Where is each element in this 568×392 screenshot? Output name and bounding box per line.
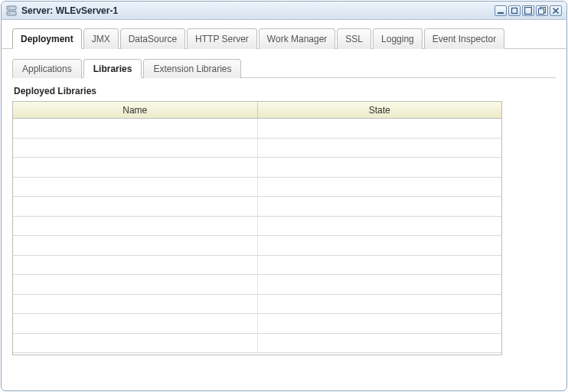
subtab-label: Extension Libraries — [153, 64, 231, 74]
restore-down-button[interactable] — [508, 5, 521, 16]
cell-name — [13, 217, 258, 236]
cell-name — [13, 256, 258, 275]
server-icon — [6, 5, 17, 16]
cell-name — [13, 197, 258, 216]
table-row[interactable] — [13, 178, 501, 198]
titlebar: Server: WLEvServer-1 — [2, 2, 566, 20]
subtab-label: Applications — [22, 64, 72, 74]
table-row[interactable] — [13, 236, 501, 256]
cell-state — [258, 256, 502, 275]
column-label: Name — [122, 105, 147, 116]
subtab-libraries[interactable]: Libraries — [83, 59, 142, 78]
column-label: State — [369, 105, 390, 116]
tab-label: Logging — [381, 34, 414, 44]
table-row[interactable] — [13, 334, 501, 354]
cell-state — [258, 139, 502, 158]
table-row[interactable] — [13, 256, 501, 276]
table-row[interactable] — [13, 119, 501, 139]
cell-name — [13, 139, 258, 158]
column-header-state[interactable]: State — [258, 102, 502, 118]
table-row[interactable] — [13, 275, 501, 295]
minimize-button[interactable] — [495, 5, 507, 16]
tab-label: Work Manager — [267, 34, 327, 44]
window-title: Server: WLEvServer-1 — [21, 5, 495, 16]
svg-rect-6 — [525, 7, 532, 14]
table-row[interactable] — [13, 217, 501, 237]
svg-rect-8 — [539, 8, 544, 14]
table-row[interactable] — [13, 295, 501, 315]
svg-point-2 — [8, 7, 10, 8]
svg-point-3 — [8, 12, 10, 14]
tab-http-server[interactable]: HTTP Server — [187, 28, 257, 49]
svg-rect-5 — [512, 8, 517, 13]
table-row[interactable] — [13, 158, 501, 178]
tab-ssl[interactable]: SSL — [337, 28, 371, 49]
tab-deployment[interactable]: Deployment — [12, 28, 82, 49]
cell-state — [258, 236, 502, 255]
cell-name — [13, 295, 258, 314]
cell-state — [258, 158, 502, 177]
tab-label: DataSource — [129, 34, 177, 44]
cell-state — [258, 275, 502, 294]
cell-name — [13, 236, 258, 255]
window-controls — [495, 5, 562, 16]
cell-name — [13, 314, 258, 333]
column-header-name[interactable]: Name — [13, 102, 258, 118]
subtab-extension-libraries[interactable]: Extension Libraries — [143, 59, 241, 78]
server-window: Server: WLEvServer-1 — [1, 1, 567, 391]
cell-name — [13, 334, 258, 353]
tab-work-manager[interactable]: Work Manager — [259, 28, 335, 49]
cell-state — [258, 119, 502, 138]
grid-header: Name State — [13, 102, 501, 119]
sub-tabs: Applications Libraries Extension Librari… — [12, 58, 556, 78]
cell-state — [258, 217, 502, 236]
content-area: Applications Libraries Extension Librari… — [2, 49, 566, 366]
cell-name — [13, 178, 258, 197]
tab-label: Event Inspector — [433, 34, 496, 44]
tab-logging[interactable]: Logging — [373, 28, 423, 49]
tab-label: SSL — [345, 34, 363, 44]
cell-state — [258, 178, 502, 197]
table-row[interactable] — [13, 314, 501, 334]
cell-state — [258, 334, 502, 353]
column-resizer[interactable] — [497, 102, 501, 118]
top-tabs: Deployment JMX DataSource HTTP Server Wo… — [2, 20, 566, 49]
svg-rect-1 — [7, 11, 16, 15]
tab-label: HTTP Server — [195, 34, 249, 44]
tab-jmx[interactable]: JMX — [83, 28, 119, 49]
maximize-button[interactable] — [522, 5, 534, 16]
table-row[interactable] — [13, 139, 501, 158]
cell-name — [13, 275, 258, 294]
tab-label: JMX — [92, 34, 110, 44]
cell-state — [258, 295, 502, 314]
cell-state — [258, 314, 502, 333]
cell-name — [13, 158, 258, 177]
column-resizer[interactable] — [253, 102, 257, 118]
section-title: Deployed Libraries — [14, 86, 556, 96]
subtab-label: Libraries — [93, 64, 132, 74]
close-button[interactable] — [550, 5, 562, 16]
cell-state — [258, 197, 502, 216]
svg-rect-0 — [7, 6, 16, 10]
subtab-applications[interactable]: Applications — [12, 59, 82, 78]
tab-event-inspector[interactable]: Event Inspector — [424, 28, 504, 49]
libraries-grid: Name State — [12, 101, 502, 355]
tab-label: Deployment — [21, 34, 73, 44]
svg-rect-4 — [498, 12, 504, 14]
grid-body — [13, 119, 501, 354]
table-row[interactable] — [13, 197, 501, 217]
cascade-button[interactable] — [536, 5, 548, 16]
cell-name — [13, 119, 258, 138]
tab-datasource[interactable]: DataSource — [120, 28, 185, 49]
